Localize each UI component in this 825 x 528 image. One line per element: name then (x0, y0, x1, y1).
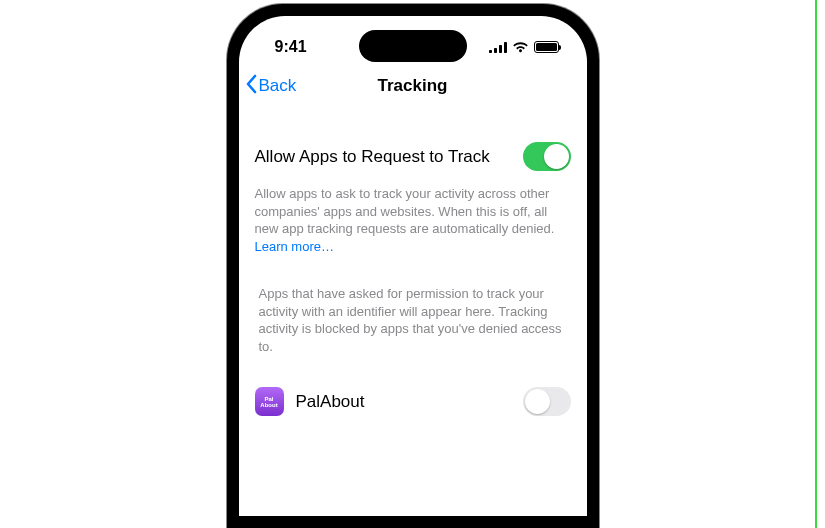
app-name-label: PalAbout (296, 392, 365, 412)
dynamic-island (359, 30, 467, 62)
apps-section-note: Apps that have asked for permission to t… (255, 285, 571, 355)
cellular-icon (489, 42, 507, 53)
allow-tracking-row: Allow Apps to Request to Track (255, 136, 571, 181)
app-tracking-toggle[interactable] (523, 387, 571, 416)
back-label: Back (259, 76, 297, 96)
status-time: 9:41 (275, 38, 307, 56)
nav-bar: Back Tracking (239, 64, 587, 108)
svg-rect-3 (504, 42, 507, 53)
page-title: Tracking (378, 76, 448, 96)
back-button[interactable]: Back (245, 74, 297, 99)
screen: 9:41 Back Tracking Allow (239, 16, 587, 516)
settings-content: Allow Apps to Request to Track Allow app… (239, 108, 587, 422)
learn-more-link[interactable]: Learn more… (255, 239, 334, 254)
phone-frame: 9:41 Back Tracking Allow (227, 4, 599, 528)
app-icon: Pal About (255, 387, 284, 416)
svg-rect-0 (489, 50, 492, 53)
wifi-icon (512, 41, 529, 53)
allow-tracking-footer: Allow apps to ask to track your activity… (255, 185, 571, 255)
allow-tracking-description: Allow apps to ask to track your activity… (255, 186, 555, 236)
svg-rect-1 (494, 48, 497, 53)
allow-tracking-toggle[interactable] (523, 142, 571, 171)
battery-icon (534, 41, 559, 53)
allow-tracking-label: Allow Apps to Request to Track (255, 147, 490, 167)
chevron-left-icon (245, 74, 257, 99)
svg-rect-2 (499, 45, 502, 53)
app-row: Pal About PalAbout (255, 381, 571, 422)
